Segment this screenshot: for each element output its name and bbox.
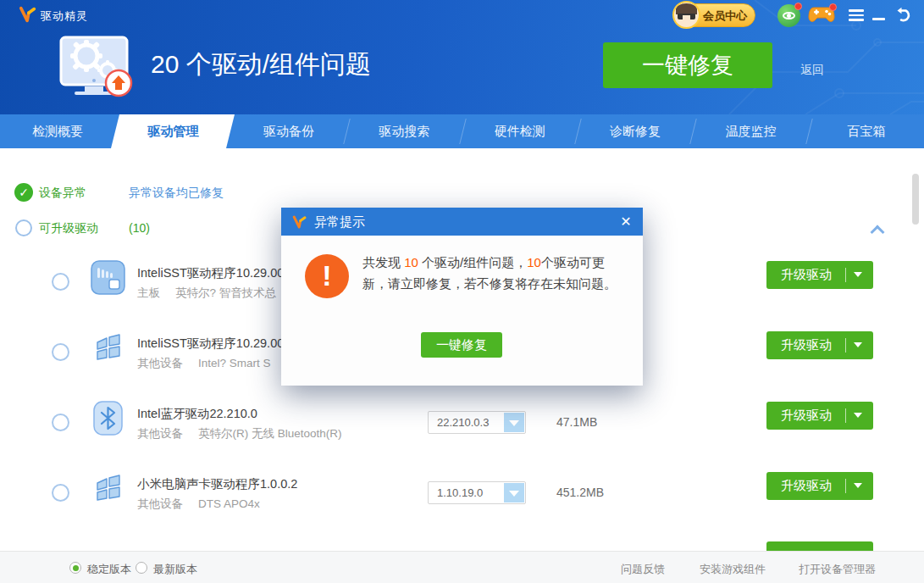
tab-diagnostic-repair[interactable]: 诊断修复 [578, 114, 693, 148]
driver-detail: 英特尔(R) 无线 Bluetooth(R) [198, 427, 342, 440]
driver-category: 其他设备 [137, 497, 183, 510]
avatar-glasses [678, 14, 695, 19]
app-logo-icon [292, 214, 307, 230]
driver-row: 小米电脑声卡驱动程序1.0.0.2 其他设备DTS APO4x 1.10.19.… [0, 465, 924, 536]
problem-count-title: 20 个驱动/组件问题 [151, 47, 371, 82]
tab-toolbox[interactable]: 百宝箱 [809, 114, 924, 148]
latest-version-radio[interactable] [136, 562, 147, 574]
version-value: 1.10.19.0 [437, 486, 483, 499]
notification-dot [794, 3, 802, 10]
upgrade-driver-button[interactable]: 升级驱动 [766, 261, 873, 289]
driver-radio[interactable] [52, 273, 69, 291]
upgradable-count: (10) [129, 221, 150, 235]
dropdown-arrow-icon[interactable] [854, 483, 862, 488]
version-select[interactable]: 1.10.19.0 [428, 481, 526, 504]
feedback-link[interactable]: 问题反馈 [621, 562, 665, 577]
driver-category: 主板 [137, 286, 160, 299]
driver-size: 451.2MB [556, 486, 604, 499]
upgradable-drivers-label: 可升级驱动 [39, 221, 98, 236]
header: 驱动精灵 会员中心 [0, 0, 924, 114]
back-arrow-icon[interactable] [894, 7, 913, 24]
bluetooth-icon [91, 401, 125, 436]
dropdown-arrow-icon[interactable] [504, 413, 524, 432]
dropdown-arrow-icon[interactable] [504, 483, 524, 502]
tab-bar: 检测概要 驱动管理 驱动备份 驱动搜索 硬件检测 诊断修复 温度监控 百宝箱 [0, 114, 924, 148]
windows-icon [91, 330, 125, 365]
return-link[interactable]: 返回 [800, 63, 824, 78]
driver-radio[interactable] [52, 484, 69, 502]
upgrade-driver-button[interactable]: 升级驱动 [766, 331, 873, 359]
exception-dialog: 异常提示 ✕ ! 共发现 10 个驱动/组件问题，10个驱动可更新，请立即修复，… [281, 208, 643, 386]
close-icon[interactable]: ✕ [616, 212, 636, 232]
upgradable-circle-icon [15, 219, 32, 236]
driver-radio[interactable] [52, 414, 69, 431]
tab-temperature-monitor[interactable]: 温度监控 [693, 114, 808, 148]
upgrade-driver-button[interactable]: 升级驱动 [766, 472, 873, 500]
footer-bar: 稳定版本 最新版本 问题反馈 安装游戏组件 打开设备管理器 [0, 551, 924, 583]
driver-genius-window: 驱动精灵 会员中心 [0, 0, 924, 583]
driver-category: 其他设备 [137, 357, 183, 369]
driver-radio[interactable] [52, 343, 69, 361]
hardware-eye-icon[interactable] [777, 4, 800, 27]
driver-detail: Intel? Smart S [198, 357, 271, 369]
menu-icon[interactable] [847, 7, 866, 24]
version-value: 22.210.0.3 [437, 416, 489, 429]
titlebar: 驱动精灵 会员中心 [0, 0, 924, 30]
notification-dot [829, 3, 837, 11]
dropdown-arrow-icon[interactable] [854, 272, 862, 277]
chipset-icon [91, 260, 125, 295]
check-circle-icon: ✓ [14, 183, 33, 202]
game-center-icon[interactable] [808, 5, 835, 28]
version-select[interactable]: 22.210.0.3 [428, 411, 526, 434]
driver-row: Intel蓝牙驱动22.210.0 其他设备英特尔(R) 无线 Bluetoot… [0, 395, 924, 465]
app-title: 驱动精灵 [41, 8, 88, 24]
app-logo-icon [19, 5, 37, 24]
tab-driver-search[interactable]: 驱动搜索 [346, 114, 462, 148]
device-abnormal-label: 设备异常 [39, 186, 86, 201]
driver-category: 其他设备 [137, 427, 183, 440]
one-click-fix-button[interactable]: 一键修复 [603, 42, 772, 88]
open-device-manager-link[interactable]: 打开设备管理器 [799, 562, 876, 577]
windows-icon [91, 471, 125, 506]
tab-hardware-detection[interactable]: 硬件检测 [462, 114, 578, 148]
driver-detail: DTS APO4x [198, 497, 260, 510]
upgrade-driver-button[interactable]: 升级驱动 [766, 402, 873, 430]
driver-title: Intel蓝牙驱动22.210.0 [137, 406, 257, 422]
dialog-titlebar: 异常提示 ✕ [281, 208, 643, 236]
tab-driver-management[interactable]: 驱动管理 [115, 114, 230, 148]
dialog-message: 共发现 10 个驱动/组件问题，10个驱动可更新，请立即修复，若不修复将存在未知… [362, 252, 623, 294]
dropdown-arrow-icon[interactable] [854, 413, 862, 418]
minimize-icon[interactable] [871, 7, 889, 24]
driver-title: 小米电脑声卡驱动程序1.0.0.2 [137, 476, 297, 492]
dialog-fix-button[interactable]: 一键修复 [421, 332, 502, 358]
dropdown-arrow-icon[interactable] [854, 342, 862, 347]
collapse-section-icon[interactable] [871, 225, 885, 240]
warning-icon: ! [305, 254, 349, 298]
scrollbar-thumb[interactable] [912, 174, 919, 225]
device-abnormal-note[interactable]: 异常设备均已修复 [129, 186, 224, 201]
latest-version-label: 最新版本 [153, 562, 197, 577]
tab-driver-backup[interactable]: 驱动备份 [231, 114, 346, 148]
install-game-components-link[interactable]: 安装游戏组件 [700, 562, 766, 577]
driver-detail: 英特尔? 智音技术总 [175, 286, 276, 299]
user-avatar[interactable] [672, 1, 700, 29]
driver-size: 47.1MB [556, 415, 597, 429]
computer-gears-icon [54, 34, 139, 100]
tab-detection-overview[interactable]: 检测概要 [0, 114, 115, 148]
driver-title: InteliSST驱动程序10.29.00 [137, 265, 284, 281]
stable-version-label: 稳定版本 [87, 562, 131, 577]
driver-title: InteliSST驱动程序10.29.00 [137, 336, 284, 352]
stable-version-radio[interactable] [69, 562, 81, 574]
upgrade-driver-button-partial[interactable] [766, 541, 873, 551]
dialog-title: 异常提示 [314, 214, 365, 230]
